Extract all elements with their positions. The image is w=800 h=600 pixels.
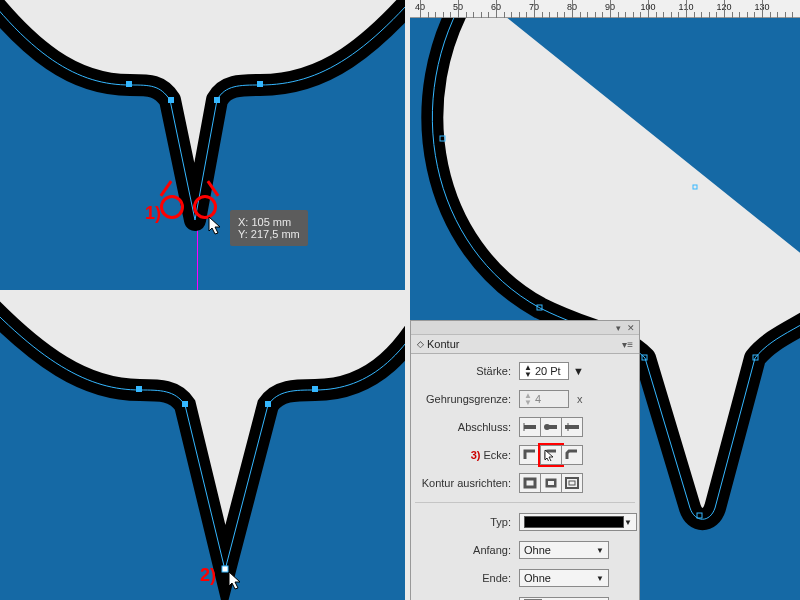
stroke-end-value: Ohne xyxy=(524,572,551,584)
align-stroke-center-button[interactable] xyxy=(519,473,541,493)
svg-rect-15 xyxy=(524,425,536,429)
stroke-weight-dropdown-icon[interactable]: ▼ xyxy=(573,365,584,377)
svg-rect-0 xyxy=(126,81,132,87)
label-miter-limit: Gehrungsgrenze: xyxy=(419,393,519,405)
coordinate-tooltip: X: 105 mm Y: 217,5 mm xyxy=(230,210,308,246)
panel-tab-kontur[interactable]: Kontur xyxy=(427,338,459,350)
horizontal-ruler[interactable]: 405060708090100110120130 xyxy=(410,0,800,18)
panel-flyout-menu-icon[interactable]: ▾≡ xyxy=(622,339,633,350)
svg-rect-3 xyxy=(214,97,220,103)
svg-rect-5 xyxy=(312,386,318,392)
speech-bubble-shape-step2[interactable] xyxy=(0,295,405,600)
viewport-bottom-left[interactable]: 2) xyxy=(0,295,405,600)
svg-rect-25 xyxy=(569,481,575,485)
cap-round-button[interactable] xyxy=(540,417,562,437)
label-stroke-weight: Stärke: xyxy=(419,365,519,377)
join-round-button[interactable] xyxy=(540,445,562,465)
align-stroke-inside-button[interactable] xyxy=(540,473,562,493)
svg-rect-23 xyxy=(547,480,555,486)
stroke-type-preview xyxy=(524,516,624,528)
callout-3: 3) Ecke: xyxy=(419,449,519,461)
panel-tab-row: ◇ Kontur ▾≡ xyxy=(411,335,639,354)
stroke-end-select[interactable]: Ohne ▼ xyxy=(519,569,609,587)
coord-y: Y: 217,5 mm xyxy=(238,228,300,240)
join-button-group xyxy=(519,445,583,465)
label-type: Typ: xyxy=(419,516,519,528)
panel-body: Stärke: ▲▼ 20 Pt ▼ Gehrungsgrenze: ▲▼ 4 … xyxy=(411,354,639,600)
label-start: Anfang: xyxy=(419,544,519,556)
cap-button-group xyxy=(519,417,583,437)
label-end: Ende: xyxy=(419,572,519,584)
coord-x: X: 105 mm xyxy=(238,216,300,228)
speech-bubble-shape-step1[interactable] xyxy=(0,0,405,290)
cursor-arrow-icon xyxy=(208,216,224,236)
viewport-top-left[interactable]: 1) X: 105 mm Y: 217,5 mm xyxy=(0,0,405,290)
svg-rect-19 xyxy=(565,425,579,429)
svg-point-18 xyxy=(544,424,550,430)
cap-butt-button[interactable] xyxy=(519,417,541,437)
panel-close-icon[interactable]: ✕ xyxy=(627,323,635,333)
dropdown-arrow-icon: ▼ xyxy=(624,518,632,527)
stroke-panel[interactable]: ▾ ✕ ◇ Kontur ▾≡ Stärke: ▲▼ 20 Pt ▼ Gehru… xyxy=(410,320,640,600)
join-bevel-button[interactable] xyxy=(561,445,583,465)
callout-1: 1) xyxy=(145,203,161,224)
panel-separator xyxy=(415,502,635,503)
panel-collapse-icon[interactable]: ▾ xyxy=(616,323,621,333)
svg-rect-1 xyxy=(257,81,263,87)
label-align-stroke: Kontur ausrichten: xyxy=(419,477,519,489)
callout-2: 2) xyxy=(200,565,216,586)
cap-projecting-button[interactable] xyxy=(561,417,583,437)
svg-rect-21 xyxy=(525,479,535,487)
cursor-arrow-icon xyxy=(228,571,244,591)
svg-rect-7 xyxy=(265,401,271,407)
panel-expand-icon[interactable]: ◇ xyxy=(417,339,424,349)
svg-rect-24 xyxy=(566,478,578,488)
svg-rect-6 xyxy=(182,401,188,407)
stroke-weight-field[interactable]: ▲▼ 20 Pt xyxy=(519,362,569,380)
dropdown-arrow-icon: ▼ xyxy=(596,546,604,555)
stroke-type-select[interactable]: ▼ xyxy=(519,513,637,531)
stroke-weight-value: 20 Pt xyxy=(535,365,561,377)
align-stroke-group xyxy=(519,473,583,493)
label-cap: Abschluss: xyxy=(419,421,519,433)
dropdown-arrow-icon: ▼ xyxy=(596,574,604,583)
miter-limit-suffix: x xyxy=(577,393,583,405)
stroke-start-value: Ohne xyxy=(524,544,551,556)
stroke-start-select[interactable]: Ohne ▼ xyxy=(519,541,609,559)
svg-rect-4 xyxy=(136,386,142,392)
cursor-arrow-icon xyxy=(544,449,558,461)
miter-limit-field[interactable]: ▲▼ 4 xyxy=(519,390,569,408)
miter-limit-value: 4 xyxy=(535,393,541,405)
align-stroke-outside-button[interactable] xyxy=(561,473,583,493)
panel-titlebar[interactable]: ▾ ✕ xyxy=(411,321,639,335)
join-miter-button[interactable] xyxy=(519,445,541,465)
svg-rect-2 xyxy=(168,97,174,103)
